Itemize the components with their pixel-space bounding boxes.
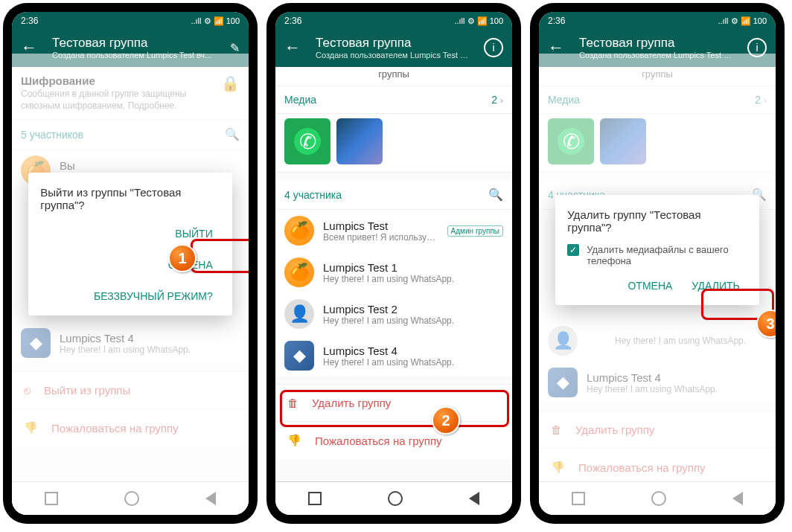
media-header[interactable]: Медиа 2 › (275, 86, 512, 114)
nav-back-icon[interactable] (469, 492, 479, 505)
list-item[interactable]: ◆ Lumpics Test 4 Hey there! I am using W… (275, 335, 512, 376)
phone-3: 2:36 ..ıll ⚙ 📶 100 ← Тестовая группа Соз… (530, 3, 785, 524)
page-subtitle: Создана пользователем Lumpics Test вч... (316, 51, 469, 60)
nav-home-icon[interactable] (388, 491, 403, 506)
status-time: 2:36 (21, 16, 38, 26)
page-title: Тестовая группа (579, 36, 732, 51)
delete-media-checkbox[interactable]: ✓ Удалить медиафайлы с вашего телефона (567, 244, 747, 266)
member-count: 4 участника (284, 189, 342, 201)
page-title: Тестовая группа (316, 36, 469, 51)
status-icons: ..ıll ⚙ 📶 100 (454, 16, 503, 26)
avatar: 🍊 (284, 257, 314, 287)
member-status: Hey there! I am using WhatsApp. (323, 315, 503, 326)
member-name: Lumpics Test 4 (323, 344, 503, 357)
info-icon[interactable]: i (484, 38, 503, 57)
step-badge: 2 (432, 406, 460, 435)
back-icon[interactable]: ← (284, 38, 301, 57)
checkbox-label: Удалить медиафайлы с вашего телефона (587, 244, 747, 266)
media-count: 2 (491, 94, 497, 106)
android-navbar (275, 481, 512, 515)
checkbox-checked-icon: ✓ (567, 244, 579, 256)
member-name: Lumpics Test (323, 219, 438, 232)
list-item[interactable]: 👤 Lumpics Test 2 Hey there! I am using W… (275, 293, 512, 335)
media-label: Медиа (284, 94, 316, 106)
dialog-scrim: Выйти из группы "Тестовая группа"? ВЫЙТИ… (12, 54, 249, 515)
thumb-down-icon: 👎 (287, 434, 301, 447)
report-label: Пожаловаться на группу (315, 435, 442, 447)
status-time: 2:36 (284, 16, 301, 26)
list-item[interactable]: 🍊 Lumpics Test Всем привет! Я использую … (275, 210, 512, 251)
member-status: Hey there! I am using WhatsApp. (323, 357, 503, 368)
dialog-title: Выйти из группы "Тестовая группа"? (40, 186, 220, 211)
phone-2: 2:36 ..ıll ⚙ 📶 100 ← Тестовая группа Соз… (266, 3, 521, 524)
titlebar: ← Тестовая группа Создана пользователем … (275, 30, 512, 67)
search-icon[interactable]: 🔍 (488, 188, 503, 202)
avatar: ◆ (284, 341, 314, 371)
media-thumb[interactable]: ✆ (284, 118, 330, 164)
chevron-right-icon: › (500, 95, 503, 106)
dialog-scrim: Удалить группу "Тестовая группа"? ✓ Удал… (539, 54, 776, 515)
status-icons: ..ıll ⚙ 📶 100 (718, 16, 767, 26)
status-time: 2:36 (548, 16, 565, 26)
cancel-button[interactable]: ОТМЕНА (620, 274, 680, 298)
status-icons: ..ıll ⚙ 📶 100 (191, 16, 240, 26)
step-badge: 1 (168, 244, 197, 272)
member-name: Lumpics Test 2 (323, 303, 503, 315)
media-thumb[interactable] (336, 118, 383, 164)
avatar: 👤 (284, 299, 314, 329)
statusbar: 2:36 ..ıll ⚙ 📶 100 (12, 12, 249, 30)
media-thumbs: ✆ (275, 114, 512, 173)
dialog-title: Удалить группу "Тестовая группа"? (567, 208, 747, 234)
phone-1: 2:36 ..ıll ⚙ 📶 100 ← Тестовая группа Соз… (3, 3, 258, 524)
statusbar: 2:36 ..ıll ⚙ 📶 100 (275, 12, 512, 30)
list-item[interactable]: 🍊 Lumpics Test 1 Hey there! I am using W… (275, 251, 512, 293)
edit-icon[interactable]: ✎ (230, 41, 240, 55)
admin-badge: Админ группы (447, 225, 503, 237)
annotation-box-1 (191, 239, 249, 273)
annotation-box-2 (280, 390, 509, 427)
member-status: Hey there! I am using WhatsApp. (323, 274, 503, 284)
silent-button[interactable]: БЕЗЗВУЧНЫЙ РЕЖИМ? (86, 284, 220, 308)
avatar: 🍊 (284, 216, 314, 246)
statusbar: 2:36 ..ıll ⚙ 📶 100 (539, 12, 776, 30)
nav-recent-icon[interactable] (308, 492, 322, 505)
members-header: 4 участника 🔍 (275, 180, 512, 210)
member-name: Lumpics Test 1 (323, 261, 503, 274)
member-status: Всем привет! Я использую WhatsApp. (323, 232, 438, 243)
partial-top: группы (275, 67, 512, 86)
page-title: Тестовая группа (52, 36, 215, 51)
